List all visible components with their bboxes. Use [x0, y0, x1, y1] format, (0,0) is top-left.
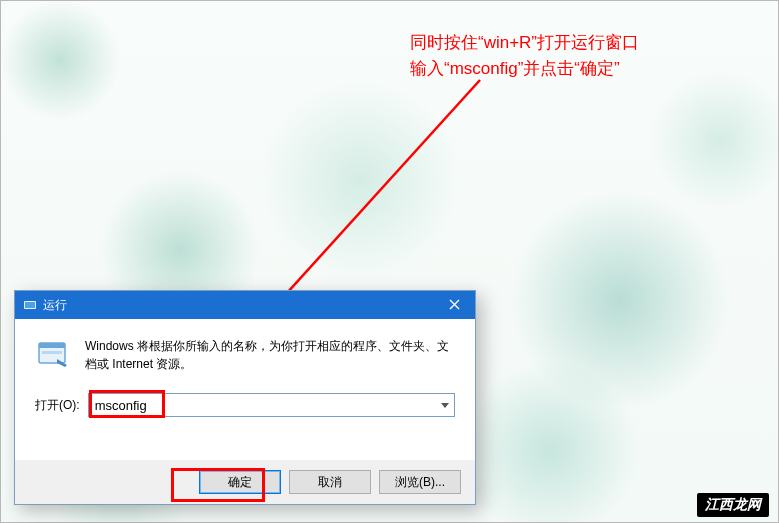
- open-label: 打开(O):: [35, 397, 82, 414]
- svg-rect-4: [39, 343, 65, 348]
- ok-button[interactable]: 确定: [199, 470, 281, 494]
- open-combobox[interactable]: [88, 393, 455, 417]
- annotation-line-2: 输入“msconfig”并点击“确定”: [410, 56, 639, 82]
- titlebar[interactable]: 运行: [15, 291, 475, 319]
- svg-rect-2: [25, 302, 35, 308]
- browse-button[interactable]: 浏览(B)...: [379, 470, 461, 494]
- dialog-body: Windows 将根据你所输入的名称，为你打开相应的程序、文件夹、文档或 Int…: [15, 319, 475, 417]
- svg-rect-5: [42, 351, 62, 354]
- cancel-button[interactable]: 取消: [289, 470, 371, 494]
- chevron-down-icon[interactable]: [436, 394, 454, 416]
- annotation-text: 同时按住“win+R”打开运行窗口 输入“msconfig”并点击“确定”: [410, 30, 639, 82]
- close-button[interactable]: [433, 291, 475, 319]
- annotation-line-1: 同时按住“win+R”打开运行窗口: [410, 30, 639, 56]
- run-titlebar-icon: [23, 298, 37, 312]
- dialog-title: 运行: [43, 297, 67, 314]
- close-icon: [449, 297, 460, 313]
- watermark: 江西龙网: [697, 493, 769, 517]
- open-input[interactable]: [88, 393, 455, 417]
- dialog-description: Windows 将根据你所输入的名称，为你打开相应的程序、文件夹、文档或 Int…: [85, 337, 455, 373]
- run-dialog: 运行 Windows 将根据你所输入的名称，为你打开相应的程序、文件夹、文档或 …: [14, 290, 476, 505]
- run-icon: [35, 337, 71, 373]
- button-row: 确定 取消 浏览(B)...: [15, 460, 475, 504]
